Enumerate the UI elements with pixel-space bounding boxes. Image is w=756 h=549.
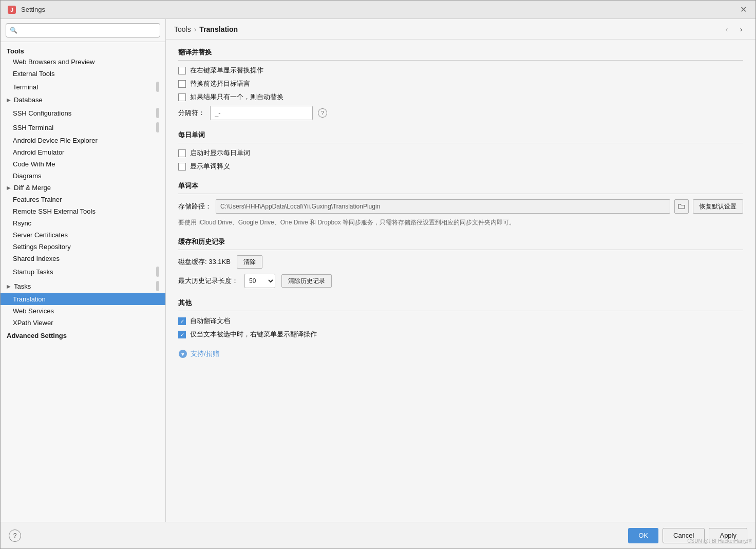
nav-back-button[interactable]: ‹ [721, 23, 733, 35]
checkbox-label-select-lang: 替换前选择目标语言 [190, 79, 250, 88]
checkbox-show-definition[interactable] [178, 163, 186, 171]
checkbox-show-daily[interactable] [178, 149, 186, 157]
folder-browse-button[interactable] [674, 199, 689, 214]
nav-forward-button[interactable]: › [735, 23, 747, 35]
breadcrumb-parent: Tools [174, 25, 191, 33]
checkbox-label-auto-translate: 自动翻译文档 [190, 316, 230, 326]
sidebar-item-label: Startup Tasks [13, 268, 53, 276]
separator-row: 分隔符： ? [178, 106, 743, 120]
sidebar-item-label: SSH Configurations [13, 109, 71, 117]
section-other: 其他 自动翻译文档 仅当文本被选中时，右键菜单显示翻译操作 [178, 298, 743, 339]
scroll-indicator [156, 108, 159, 118]
sidebar-item-label: Database [14, 96, 43, 104]
breadcrumb-separator: › [194, 25, 197, 33]
storage-path-label: 存储路径： [178, 202, 212, 211]
scroll-indicator [156, 281, 159, 291]
settings-window: J Settings ✕ 🔍 Tools Web Browsers and Pr… [0, 0, 756, 549]
history-row: 最大历史记录长度： 50 100 200 清除历史记录 [178, 274, 743, 288]
checkbox-row-show-daily: 启动时显示每日单词 [178, 148, 743, 158]
sidebar-item-server-certificates[interactable]: Server Certificates [1, 229, 165, 241]
sidebar-item-rsync[interactable]: Rsync [1, 217, 165, 229]
sidebar-item-xpath-viewer[interactable]: XPath Viewer [1, 317, 165, 329]
sidebar-item-label: Features Trainer [13, 196, 62, 203]
checkbox-auto-translate[interactable] [178, 317, 186, 325]
sidebar-item-label: Remote SSH External Tools [13, 207, 96, 215]
sidebar-item-android-device[interactable]: Android Device File Explorer [1, 135, 165, 146]
main-content: 🔍 Tools Web Browsers and Preview Externa… [1, 19, 755, 522]
footer-left: ? [9, 529, 21, 542]
help-button[interactable]: ? [9, 529, 21, 542]
sidebar-item-ssh-configurations[interactable]: SSH Configurations [1, 106, 165, 120]
checkbox-label-show-translate-selected: 仅当文本被选中时，右键菜单显示翻译操作 [190, 330, 317, 339]
sidebar-item-label: Settings Repository [13, 243, 71, 251]
section-header-advanced: Advanced Settings [1, 329, 165, 340]
checkbox-show-replace[interactable] [178, 67, 186, 74]
ok-button[interactable]: OK [628, 528, 658, 543]
separator-input[interactable] [210, 106, 313, 120]
storage-path-row: 存储路径： 恢复默认设置 [178, 199, 743, 214]
sidebar-item-android-emulator[interactable]: Android Emulator [1, 146, 165, 158]
sidebar-item-remote-ssh[interactable]: Remote SSH External Tools [1, 205, 165, 217]
checkbox-label-auto-replace: 如果结果只有一个，则自动替换 [190, 92, 284, 102]
footer: ? OK Cancel Apply [1, 522, 755, 548]
watermark: CSDN @FBI HackerHarry洁 [687, 538, 752, 545]
storage-path-input[interactable] [216, 199, 670, 214]
history-length-select[interactable]: 50 100 200 [244, 274, 275, 288]
sidebar-item-label: XPath Viewer [13, 319, 53, 327]
support-link[interactable]: ♥ 支持/捐赠 [178, 349, 743, 358]
sidebar-item-label: External Tools [13, 70, 54, 78]
sidebar-item-translation[interactable]: Translation [1, 293, 165, 305]
close-button[interactable]: ✕ [737, 4, 749, 16]
clear-history-button[interactable]: 清除历史记录 [281, 274, 332, 288]
scroll-indicator [156, 82, 159, 92]
sidebar-item-features-trainer[interactable]: Features Trainer [1, 194, 165, 205]
scroll-indicator [156, 122, 159, 132]
checkbox-select-lang[interactable] [178, 80, 186, 88]
sidebar-item-terminal[interactable]: Terminal [1, 80, 165, 94]
sidebar-item-database[interactable]: ▶ Database [1, 94, 165, 106]
section-cache-history: 缓存和历史记录 磁盘缓存: 33.1KB 清除 最大历史记录长度： 50 100… [178, 237, 743, 288]
checkbox-label-show-daily: 启动时显示每日单词 [190, 148, 250, 158]
clear-cache-button[interactable]: 清除 [237, 255, 262, 269]
section-title-other: 其他 [178, 298, 743, 311]
sidebar-item-web-services[interactable]: Web Services [1, 305, 165, 317]
section-title-daily: 每日单词 [178, 130, 743, 143]
sidebar-item-label: SSH Terminal [13, 124, 53, 131]
sidebar-item-startup-tasks[interactable]: Startup Tasks [1, 264, 165, 279]
expand-icon: ▶ [7, 97, 11, 103]
sidebar-item-external-tools[interactable]: External Tools [1, 68, 165, 80]
sidebar-item-diagrams[interactable]: Diagrams [1, 170, 165, 182]
expand-icon: ▶ [7, 185, 11, 191]
settings-area: 翻译并替换 在右键菜单显示替换操作 替换前选择目标语言 如果结果只有一个，则自动… [166, 40, 755, 522]
checkbox-show-translate-selected[interactable] [178, 331, 186, 338]
disk-cache-row: 磁盘缓存: 33.1KB 清除 [178, 255, 743, 269]
sidebar-item-tasks[interactable]: ▶ Tasks [1, 279, 165, 293]
separator-help-icon[interactable]: ? [318, 108, 327, 118]
section-translate-replace: 翻译并替换 在右键菜单显示替换操作 替换前选择目标语言 如果结果只有一个，则自动… [178, 48, 743, 120]
checkbox-row-auto-replace: 如果结果只有一个，则自动替换 [178, 92, 743, 102]
sidebar-item-label: Code With Me [13, 160, 55, 168]
section-wordbook: 单词本 存储路径： 恢复默认设置 要使用 iCloud Drive、Google… [178, 181, 743, 227]
folder-icon [678, 203, 685, 210]
window-title: Settings [21, 6, 737, 13]
section-title-translate: 翻译并替换 [178, 48, 743, 61]
checkbox-label-show-replace: 在右键菜单显示替换操作 [190, 66, 263, 75]
restore-default-button[interactable]: 恢复默认设置 [693, 199, 743, 214]
sidebar-item-label: Rsync [13, 219, 31, 227]
sidebar-item-settings-repository[interactable]: Settings Repository [1, 241, 165, 253]
sidebar-item-label: Translation [13, 295, 46, 303]
svg-text:J: J [10, 7, 13, 13]
sidebar-item-label: Web Browsers and Preview [13, 58, 94, 66]
sidebar-item-shared-indexes[interactable]: Shared Indexes [1, 253, 165, 264]
section-title-wordbook: 单词本 [178, 181, 743, 194]
sidebar-item-diff-merge[interactable]: ▶ Diff & Merge [1, 182, 165, 194]
checkbox-row-show-translate-selected: 仅当文本被选中时，右键菜单显示翻译操作 [178, 330, 743, 339]
sidebar-item-web-browsers[interactable]: Web Browsers and Preview [1, 56, 165, 68]
checkbox-auto-replace[interactable] [178, 93, 186, 101]
checkbox-row-select-lang: 替换前选择目标语言 [178, 79, 743, 88]
search-input[interactable] [6, 23, 160, 37]
sidebar-item-code-with-me[interactable]: Code With Me [1, 158, 165, 170]
sidebar-item-ssh-terminal[interactable]: SSH Terminal [1, 120, 165, 135]
section-daily-word: 每日单词 启动时显示每日单词 显示单词释义 [178, 130, 743, 171]
search-icon: 🔍 [10, 27, 17, 34]
